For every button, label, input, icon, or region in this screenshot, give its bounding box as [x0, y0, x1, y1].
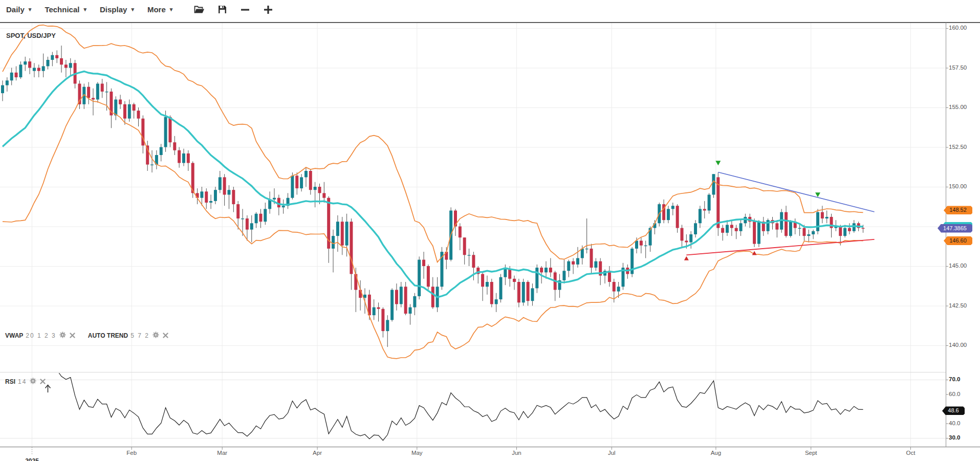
- rsi-value-badge: 48.6: [942, 406, 965, 415]
- rsi-remove-button[interactable]: [40, 378, 46, 386]
- month-label: Feb: [126, 450, 137, 456]
- price-axis-label: 157.50: [949, 64, 967, 71]
- vwap-remove-button[interactable]: [70, 332, 75, 340]
- price-axis-label: 160.00: [949, 25, 967, 31]
- gear-icon: [153, 332, 159, 340]
- vwap-legend-params: 20 1 2 3: [26, 332, 56, 339]
- year-label: 2025: [25, 457, 39, 461]
- price-axis-label: 155.00: [949, 104, 967, 110]
- rsi-axis-label: 40.0: [949, 420, 960, 426]
- sell-signal-icon: [715, 161, 721, 165]
- vwap-legend-name: VWAP: [5, 332, 23, 339]
- last-price-badge: 147.3865: [938, 224, 972, 233]
- auto-trend-settings-button[interactable]: [153, 332, 159, 340]
- upper-band-badge: 148.52: [944, 206, 972, 214]
- main-indicator-legend: VWAP 20 1 2 3 AUTO TREND 5 7 2: [5, 332, 169, 340]
- rsi-settings-button[interactable]: [30, 378, 36, 386]
- price-axis-label: 142.50: [949, 302, 967, 309]
- gear-icon: [30, 378, 36, 386]
- sell-signal-icon: [815, 192, 820, 197]
- month-label: Oct: [906, 450, 915, 456]
- auto-trend-legend-params: 5 7 2: [130, 332, 149, 339]
- rsi-legend-params: 14: [18, 378, 27, 385]
- rsi-axis-label: 70.0: [949, 376, 960, 382]
- rsi-legend-name: RSI: [5, 378, 15, 385]
- month-label: Aug: [711, 450, 721, 456]
- month-label: Jul: [608, 450, 616, 456]
- auto-trend-remove-button[interactable]: [163, 332, 168, 340]
- price-axis-label: 140.00: [949, 342, 967, 348]
- chart-plot-area[interactable]: [0, 0, 980, 461]
- close-icon: [40, 378, 46, 386]
- month-label: Mar: [217, 450, 227, 456]
- price-axis-label: 152.50: [949, 144, 967, 150]
- price-axis-label: 150.00: [949, 183, 967, 189]
- lower-band-badge: 146.60: [944, 236, 972, 245]
- cursor-arrow-icon: [46, 385, 51, 393]
- symbol-label: SPOT, USD/JPY: [6, 32, 56, 39]
- month-label: May: [411, 450, 423, 456]
- close-icon: [163, 332, 168, 340]
- auto-trend-legend-name: AUTO TREND: [88, 332, 128, 339]
- rsi-indicator-legend: RSI 14: [5, 378, 46, 386]
- month-label: Jun: [512, 450, 521, 456]
- rsi-axis-label: 60.0: [949, 391, 960, 397]
- vwap-settings-button[interactable]: [59, 332, 66, 340]
- gear-icon: [59, 332, 66, 340]
- buy-signal-icon: [684, 256, 689, 260]
- month-label: Sept: [805, 450, 817, 456]
- price-axis-label: 145.00: [949, 262, 967, 269]
- rsi-axis-label: 30.0: [949, 434, 960, 441]
- month-label: Apr: [313, 450, 322, 456]
- trading-chart-app: Daily ▾ Technical ▾ Display ▾ More ▾: [0, 0, 980, 461]
- close-icon: [70, 332, 75, 340]
